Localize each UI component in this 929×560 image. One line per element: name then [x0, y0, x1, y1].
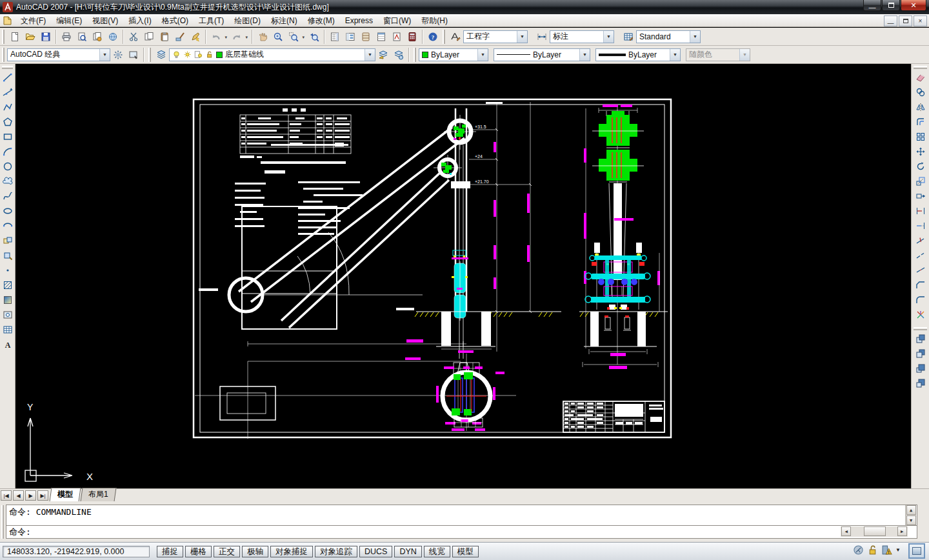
tab-prev-button[interactable]: ◀ [13, 490, 24, 501]
table-style-combo[interactable]: Standard▼ [636, 30, 701, 43]
toggle-DUCS[interactable]: DUCS [359, 546, 392, 557]
command-hscrollbar[interactable]: ◀ ▶ [841, 526, 908, 537]
toggle-极轴[interactable]: 极轴 [242, 546, 268, 557]
quickcalc-button[interactable] [405, 29, 420, 45]
layer-combo[interactable]: 底层基础线 ▼ [169, 48, 375, 61]
move-button[interactable] [914, 145, 928, 159]
chevron-down-icon[interactable]: ▼ [477, 49, 488, 61]
doc-restore-button[interactable] [899, 15, 912, 26]
toolbar-grip[interactable] [414, 48, 416, 62]
layer-color-swatch[interactable] [216, 52, 223, 58]
menu-item-1[interactable]: 编辑(E) [51, 15, 87, 26]
extend-button[interactable] [914, 219, 928, 233]
scale-button[interactable] [914, 174, 928, 188]
chamfer-button[interactable] [914, 278, 928, 292]
pan-button[interactable] [255, 29, 270, 45]
multiline-text-button[interactable]: A [1, 337, 15, 352]
chevron-down-icon[interactable]: ▼ [517, 31, 527, 43]
scroll-up-icon[interactable]: ▲ [906, 505, 916, 515]
dim-style-icon[interactable] [534, 29, 550, 45]
markup-manager-button[interactable] [389, 29, 405, 45]
toolbar-grip[interactable] [2, 30, 5, 44]
chevron-down-icon[interactable]: ▼ [690, 31, 700, 43]
chevron-down-icon[interactable]: ▼ [670, 49, 680, 61]
point-button[interactable] [1, 263, 15, 277]
construction-line-button[interactable] [1, 85, 15, 99]
erase-button[interactable] [914, 70, 928, 85]
unlock-icon[interactable] [867, 545, 878, 555]
doc-minimize-button[interactable]: — [884, 15, 897, 26]
line-button[interactable] [1, 70, 15, 85]
toolbar-grip[interactable] [2, 48, 5, 62]
properties-button[interactable] [327, 29, 343, 45]
communication-center-icon[interactable] [853, 545, 864, 555]
toolbar-grip[interactable] [2, 66, 13, 69]
rotate-button[interactable] [914, 159, 928, 174]
lineweight-control-combo[interactable]: ByLayer ▼ [595, 48, 681, 61]
hatch-button[interactable] [1, 278, 15, 292]
menu-item-9[interactable]: Express [340, 15, 378, 26]
layer-properties-button[interactable] [154, 47, 169, 63]
chevron-down-icon[interactable]: ▼ [603, 31, 614, 43]
toolbar-grip[interactable] [148, 48, 151, 62]
menu-item-8[interactable]: 修改(M) [303, 15, 340, 26]
tab-layout1[interactable]: 布局1 [81, 488, 117, 501]
chevron-down-icon[interactable]: ▼ [579, 49, 590, 61]
help-button[interactable]: ? [425, 29, 441, 45]
rectangle-button[interactable] [1, 130, 15, 144]
tab-first-button[interactable]: |◀ [1, 490, 12, 501]
block-editor-button[interactable] [188, 29, 203, 45]
redo-button[interactable] [229, 29, 245, 45]
text-style-icon[interactable] [448, 29, 463, 45]
command-window-grip[interactable] [1, 505, 4, 539]
copy-button[interactable] [141, 29, 157, 45]
bring-to-front-button[interactable] [914, 332, 928, 346]
menu-item-7[interactable]: 标注(N) [266, 15, 303, 26]
ellipse-arc-button[interactable] [1, 219, 15, 233]
zoom-window-button[interactable] [286, 29, 301, 45]
layer-states-button[interactable] [391, 47, 406, 63]
toggle-线宽[interactable]: 线宽 [424, 546, 450, 557]
close-button[interactable]: ✕ [901, 0, 926, 11]
toggle-模型[interactable]: 模型 [452, 546, 479, 557]
layer-previous-button[interactable] [375, 47, 391, 63]
menu-item-3[interactable]: 插入(I) [123, 15, 156, 26]
send-to-back-button[interactable] [914, 346, 928, 361]
toggle-对象追踪[interactable]: 对象追踪 [315, 546, 357, 557]
designcenter-button[interactable] [343, 29, 358, 45]
match-properties-button[interactable] [172, 29, 188, 45]
menu-item-2[interactable]: 视图(V) [87, 15, 123, 26]
cut-button[interactable] [126, 29, 141, 45]
toggle-正交[interactable]: 正交 [214, 546, 240, 557]
tray-arrow-icon[interactable]: ▼ [895, 547, 901, 553]
menu-item-0[interactable]: 文件(F) [15, 15, 51, 26]
my-workspace-button[interactable] [126, 47, 141, 63]
publish-button[interactable] [90, 29, 105, 45]
join-button[interactable] [914, 263, 928, 277]
command-input[interactable]: 命令: ◀ ▶ [6, 526, 917, 539]
table-style-icon[interactable] [621, 29, 636, 45]
spline-button[interactable] [1, 189, 15, 203]
zoom-previous-button[interactable] [306, 29, 322, 45]
tab-model[interactable]: 模型 [50, 488, 81, 501]
coordinate-display[interactable]: 148033.120, -219422.919, 0.000 [3, 546, 150, 557]
toggle-栅格[interactable]: 栅格 [185, 546, 212, 557]
standards-warning-icon[interactable] [881, 545, 892, 555]
zoom-realtime-button[interactable] [270, 29, 286, 45]
layer-thaw-sun-icon[interactable] [183, 50, 192, 59]
menu-item-4[interactable]: 格式(O) [157, 15, 194, 26]
plot-preview-button[interactable] [74, 29, 90, 45]
3ddwf-button[interactable] [105, 29, 121, 45]
layer-vp-sun-icon[interactable] [194, 50, 203, 59]
offset-button[interactable] [914, 115, 928, 129]
table-button[interactable] [1, 323, 15, 337]
menu-item-5[interactable]: 工具(T) [194, 15, 229, 26]
break-button[interactable] [914, 248, 928, 263]
paste-button[interactable] [157, 29, 172, 45]
scroll-down-icon[interactable]: ▼ [906, 515, 916, 525]
plot-button[interactable] [59, 29, 74, 45]
menu-item-6[interactable]: 绘图(D) [229, 15, 266, 26]
revision-cloud-button[interactable] [1, 174, 15, 188]
toggle-DYN[interactable]: DYN [394, 546, 421, 557]
copy-object-button[interactable] [914, 85, 928, 99]
